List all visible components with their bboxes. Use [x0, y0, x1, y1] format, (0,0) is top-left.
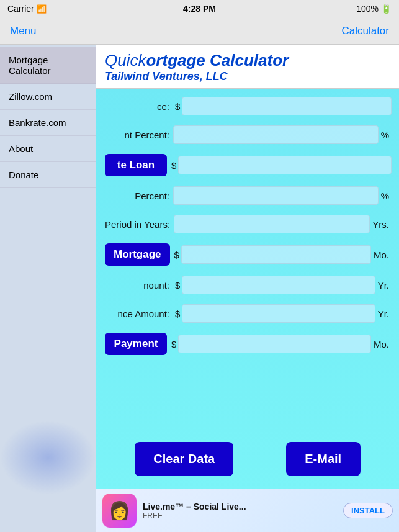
tax-amount-suffix: Yr.: [375, 280, 392, 291]
interest-suffix: %: [379, 191, 392, 201]
ad-text-area: Live.me™ – Social Live... FREE: [143, 502, 337, 520]
purchase-price-input[interactable]: [182, 97, 392, 115]
ad-banner: 👩 Live.me™ – Social Live... FREE INSTALL: [96, 489, 399, 532]
sidebar-item-donate[interactable]: Donate: [0, 162, 96, 188]
payment-suffix: Mo.: [371, 339, 392, 349]
status-bar: Carrier 📶 4:28 PM 100% 🔋: [0, 0, 399, 17]
sidebar: Mortgage Calculator Zillow.com Bankrate.…: [0, 45, 96, 532]
content-area: Quickortgage Calculator Tailwind Venture…: [96, 45, 399, 532]
interest-row: Percent: %: [105, 184, 392, 207]
interest-input[interactable]: [173, 186, 379, 205]
payment-row: Payment $ Mo.: [105, 330, 392, 358]
email-button[interactable]: E-Mail: [286, 442, 361, 476]
clear-data-button[interactable]: Clear Data: [135, 442, 233, 476]
action-buttons: Clear Data E-Mail: [96, 432, 399, 489]
calc-header-title: Quickortgage Calculator: [105, 51, 390, 70]
carrier-label: Carrier: [7, 4, 34, 14]
sidebar-item-bankrate[interactable]: Bankrate.com: [0, 110, 96, 136]
ite-loan-row: te Loan $: [105, 151, 392, 179]
status-bar-right: 100% 🔋: [356, 4, 392, 14]
sidebar-blur-overlay: [0, 420, 96, 495]
period-years-suffix: Yrs.: [370, 219, 392, 230]
down-payment-label: nt Percent:: [105, 130, 173, 140]
period-years-label: Period in Years:: [105, 219, 174, 230]
payment-input[interactable]: [178, 335, 371, 353]
ad-app-icon: 👩: [102, 494, 137, 528]
calc-header-subtitle: Tailwind Ventures, LLC: [105, 70, 390, 83]
purchase-price-row: ce: $: [105, 94, 392, 118]
mortgage-button[interactable]: Mortgage: [105, 243, 170, 266]
down-payment-row: nt Percent: %: [105, 123, 392, 147]
menu-button[interactable]: Menu: [10, 25, 37, 37]
nav-bar: Menu Calculator: [0, 17, 399, 45]
calculator-button[interactable]: Calculator: [341, 25, 389, 37]
mortgage-suffix: Mo.: [371, 250, 392, 260]
ad-install-container: INSTALL: [343, 503, 393, 518]
status-bar-time: 4:28 PM: [183, 4, 216, 14]
quick-label: Quick: [105, 51, 146, 70]
mortgage-calc-label: ortgage Calculator: [146, 51, 289, 70]
insurance-amount-input[interactable]: [182, 304, 375, 323]
purchase-price-label: ce:: [105, 101, 173, 112]
insurance-amount-label: nce Amount:: [105, 309, 173, 319]
ite-loan-prefix: $: [169, 160, 178, 171]
calc-header: Quickortgage Calculator Tailwind Venture…: [96, 45, 399, 89]
down-payment-input[interactable]: [173, 125, 379, 144]
sidebar-item-mortgage-calculator[interactable]: Mortgage Calculator: [0, 47, 96, 84]
sidebar-item-about[interactable]: About: [0, 136, 96, 162]
ite-loan-input[interactable]: [178, 156, 392, 174]
interest-label: Percent:: [105, 191, 173, 201]
mortgage-row: Mortgage $ Mo.: [105, 241, 392, 268]
mortgage-input[interactable]: [181, 245, 371, 264]
insurance-amount-row: nce Amount: $ Yr.: [105, 302, 392, 325]
sidebar-item-zillow[interactable]: Zillow.com: [0, 84, 96, 110]
wifi-icon: 📶: [37, 4, 47, 14]
ad-title: Live.me™ – Social Live...: [143, 502, 337, 512]
period-years-input[interactable]: [174, 215, 370, 233]
tax-amount-input[interactable]: [182, 276, 375, 294]
tax-amount-label: nount:: [105, 280, 173, 291]
insurance-amount-suffix: Yr.: [375, 309, 392, 319]
payment-button[interactable]: Payment: [105, 333, 167, 355]
main-container: Mortgage Calculator Zillow.com Bankrate.…: [0, 45, 399, 532]
ad-install-button[interactable]: INSTALL: [343, 503, 393, 518]
ite-loan-button[interactable]: te Loan: [105, 154, 167, 176]
battery-percent: 100%: [356, 4, 379, 14]
payment-prefix: $: [169, 339, 178, 349]
period-years-row: Period in Years: Yrs.: [105, 212, 392, 236]
tax-amount-prefix: $: [173, 280, 182, 291]
status-bar-left: Carrier 📶: [7, 4, 47, 14]
down-payment-suffix: %: [379, 130, 392, 140]
battery-icon: 🔋: [381, 4, 392, 14]
ad-free-label: FREE: [143, 512, 337, 520]
mortgage-prefix: $: [173, 250, 181, 260]
purchase-price-prefix: $: [173, 101, 182, 112]
insurance-amount-prefix: $: [173, 309, 182, 319]
tax-amount-row: nount: $ Yr.: [105, 273, 392, 297]
calc-form: ce: $ nt Percent: % te Loan $ Percent: %: [96, 89, 399, 427]
